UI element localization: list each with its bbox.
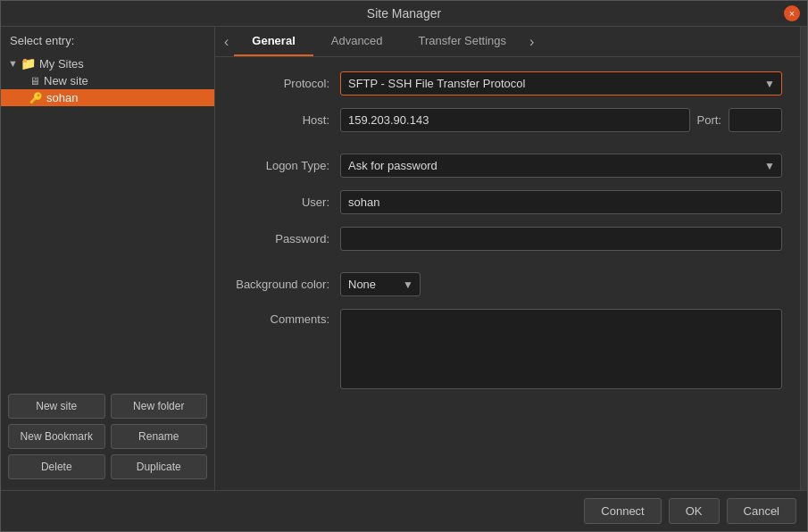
select-entry-label: Select entry: <box>1 27 214 51</box>
ok-button[interactable]: OK <box>669 498 720 524</box>
my-sites-label: My Sites <box>39 57 84 71</box>
site-icon-sohan: 🔑 <box>29 92 43 104</box>
tabs-bar: ‹ General Advanced Transfer Settings › <box>215 27 800 57</box>
comments-textarea[interactable] <box>340 309 782 389</box>
duplicate-button[interactable]: Duplicate <box>111 454 208 479</box>
bottom-bar: Connect OK Cancel <box>1 490 807 531</box>
password-label: Password: <box>233 232 340 245</box>
delete-button[interactable]: Delete <box>8 454 105 479</box>
site-manager-dialog: Site Manager × Select entry: ▼ 📁 My Site… <box>0 0 808 532</box>
connect-button[interactable]: Connect <box>584 498 661 524</box>
tree-item-my-sites[interactable]: ▼ 📁 My Sites <box>1 54 214 72</box>
logon-type-label: Logon Type: <box>233 159 340 172</box>
bg-color-select-wrapper: None Red Green Blue Yellow ▼ <box>340 272 421 296</box>
tab-transfer-settings[interactable]: Transfer Settings <box>401 27 525 56</box>
protocol-select-wrapper: SFTP - SSH File Transfer Protocol FTP - … <box>340 71 782 96</box>
tree-item-sohan[interactable]: 🔑 sohan <box>1 89 214 106</box>
protocol-row: Protocol: SFTP - SSH File Transfer Proto… <box>233 71 782 96</box>
bg-color-wrapper: None Red Green Blue Yellow ▼ <box>340 272 421 296</box>
title-bar: Site Manager × <box>1 1 807 27</box>
port-label: Port: <box>697 113 721 127</box>
content-area: Select entry: ▼ 📁 My Sites 🖥 New site 🔑 … <box>1 27 807 490</box>
tree-area: ▼ 📁 My Sites 🖥 New site 🔑 sohan <box>1 51 214 383</box>
dialog-title: Site Manager <box>367 6 441 21</box>
logon-type-select[interactable]: Ask for password Normal Anonymous Intera… <box>340 154 782 178</box>
sohan-label: sohan <box>46 91 78 104</box>
user-label: User: <box>233 195 340 209</box>
protocol-label: Protocol: <box>233 77 340 90</box>
tree-item-new-site[interactable]: 🖥 New site <box>1 72 214 89</box>
site-icon-new: 🖥 <box>29 75 40 87</box>
password-input[interactable] <box>340 227 782 251</box>
bg-color-select[interactable]: None Red Green Blue Yellow <box>340 272 421 296</box>
host-label: Host: <box>233 113 340 127</box>
new-site-label: New site <box>44 74 88 87</box>
comments-row: Comments: <box>233 309 782 389</box>
logon-type-select-wrapper: Ask for password Normal Anonymous Intera… <box>340 154 782 178</box>
bg-color-label: Background color: <box>233 278 340 291</box>
tab-general[interactable]: General <box>234 27 312 56</box>
button-area: New site New folder New Bookmark Rename … <box>1 383 214 490</box>
host-input[interactable] <box>340 108 690 132</box>
rename-button[interactable]: Rename <box>111 424 208 449</box>
right-panel: ‹ General Advanced Transfer Settings › P… <box>215 27 800 490</box>
tree-arrow-icon: ▼ <box>8 58 21 69</box>
left-panel: Select entry: ▼ 📁 My Sites 🖥 New site 🔑 … <box>1 27 215 490</box>
cancel-button[interactable]: Cancel <box>727 498 796 524</box>
form-area: Protocol: SFTP - SSH File Transfer Proto… <box>215 57 800 490</box>
new-site-button[interactable]: New site <box>8 394 105 419</box>
port-input[interactable] <box>729 108 782 132</box>
password-row: Password: <box>233 227 782 251</box>
tab-nav-right[interactable]: › <box>524 30 539 54</box>
user-row: User: <box>233 190 782 214</box>
tab-advanced[interactable]: Advanced <box>313 27 401 56</box>
host-row: Host: Port: <box>233 108 782 132</box>
bg-color-row: Background color: None Red Green Blue Ye… <box>233 272 782 296</box>
new-bookmark-button[interactable]: New Bookmark <box>8 424 105 449</box>
new-folder-button[interactable]: New folder <box>111 394 208 419</box>
logon-type-row: Logon Type: Ask for password Normal Anon… <box>233 154 782 178</box>
right-scrollbar[interactable] <box>800 27 807 490</box>
protocol-select[interactable]: SFTP - SSH File Transfer Protocol FTP - … <box>340 71 782 96</box>
folder-icon: 📁 <box>21 56 36 71</box>
close-button[interactable]: × <box>784 5 800 21</box>
tab-nav-left[interactable]: ‹ <box>219 30 234 54</box>
comments-label: Comments: <box>233 309 340 326</box>
user-input[interactable] <box>340 190 782 214</box>
host-port-group: Port: <box>340 108 782 132</box>
